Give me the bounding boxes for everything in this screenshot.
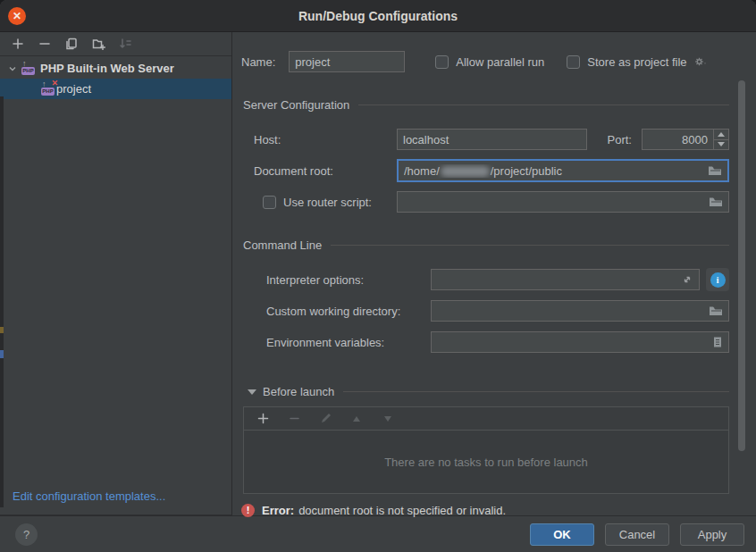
validation-error-bar: ! Error: document root is not specified … xyxy=(241,498,729,522)
command-line-section-header: Command Line xyxy=(241,238,729,252)
before-launch-empty-message: There are no tasks to run before launch xyxy=(244,431,728,493)
tree-item-label: PHP Built-in Web Server xyxy=(40,62,174,75)
port-spinner[interactable] xyxy=(642,129,729,150)
custom-working-directory-input[interactable] xyxy=(431,300,729,322)
help-icon: ? xyxy=(23,528,29,541)
php-run-config-invalid-icon: ↑ ✕ PHP xyxy=(41,82,56,96)
spin-up-icon[interactable] xyxy=(714,130,728,140)
collapse-triangle-icon xyxy=(248,389,256,395)
interpreter-options-label: Interpreter options: xyxy=(241,273,431,287)
remove-icon[interactable] xyxy=(38,37,52,51)
port-spin-buttons[interactable] xyxy=(713,130,728,149)
allow-parallel-run-label: Allow parallel run xyxy=(456,55,544,69)
close-icon: ✕ xyxy=(13,11,21,21)
checkbox-icon xyxy=(567,55,580,69)
spin-down-icon[interactable] xyxy=(714,140,728,150)
folder-icon[interactable] xyxy=(709,305,723,317)
remove-task-icon[interactable] xyxy=(287,412,301,426)
help-button[interactable]: ? xyxy=(15,523,38,546)
environment-variables-input[interactable] xyxy=(431,331,729,353)
docroot-prefix: /home/ xyxy=(404,164,440,178)
redacted-username xyxy=(441,166,490,177)
document-root-input[interactable]: /home//project/public xyxy=(397,159,729,182)
move-up-icon[interactable] xyxy=(349,412,364,426)
titlebar[interactable]: ✕ Run/Debug Configurations xyxy=(0,0,756,32)
php-run-config-icon: ↑ PHP xyxy=(21,62,37,75)
expand-icon[interactable] xyxy=(681,273,693,286)
docroot-suffix: /project/public xyxy=(491,164,562,178)
tree-item-project[interactable]: ↑ ✕ PHP project xyxy=(0,79,231,99)
section-title: Before launch xyxy=(263,385,334,398)
use-router-script-checkbox[interactable]: Use router script: xyxy=(241,196,397,209)
sidebar-toolbar xyxy=(0,32,231,56)
section-divider xyxy=(343,391,729,392)
host-input[interactable] xyxy=(397,129,587,150)
cancel-button[interactable]: Cancel xyxy=(605,523,669,546)
apply-button[interactable]: Apply xyxy=(680,523,744,546)
run-debug-configurations-dialog: ✕ Run/Debug Configurations xyxy=(0,0,756,552)
folder-icon[interactable] xyxy=(708,165,722,177)
window-title: Run/Debug Configurations xyxy=(0,9,756,23)
name-input[interactable] xyxy=(289,51,405,72)
port-label: Port: xyxy=(608,133,632,146)
environment-variables-label: Environment variables: xyxy=(241,336,431,349)
copy-configuration-icon[interactable] xyxy=(64,37,79,51)
close-button[interactable]: ✕ xyxy=(8,7,26,25)
add-task-icon[interactable] xyxy=(256,412,270,426)
interpreter-info-button[interactable]: i xyxy=(706,268,729,291)
edit-configuration-templates-link[interactable]: Edit configuration templates... xyxy=(0,479,231,515)
move-down-icon[interactable] xyxy=(381,412,395,426)
before-launch-task-list: There are no tasks to run before launch xyxy=(243,406,729,494)
store-as-project-file-checkbox[interactable]: Store as project file xyxy=(567,55,686,69)
checkbox-icon xyxy=(263,196,276,209)
section-title: Server Configuration xyxy=(241,98,349,112)
chevron-down-icon xyxy=(7,63,18,74)
config-tree: ↑ PHP PHP Built-in Web Server ↑ ✕ PHP pr… xyxy=(0,56,231,479)
sort-alphabetically-icon[interactable] xyxy=(118,37,132,51)
before-launch-toolbar xyxy=(244,407,728,431)
host-label: Host: xyxy=(241,133,397,146)
error-icon: ! xyxy=(241,504,255,517)
before-launch-section-header[interactable]: Before launch xyxy=(241,385,729,398)
custom-working-directory-label: Custom working directory: xyxy=(241,305,431,318)
folder-icon[interactable] xyxy=(709,197,723,208)
section-divider xyxy=(331,245,729,246)
allow-parallel-run-checkbox[interactable]: Allow parallel run xyxy=(435,55,544,69)
server-configuration-section-header: Server Configuration xyxy=(241,98,729,112)
background-window-sliver xyxy=(0,96,4,507)
document-root-label: Document root: xyxy=(241,164,397,178)
config-form-panel: Name: Allow parallel run Store as projec… xyxy=(232,32,756,515)
vertical-scrollbar[interactable] xyxy=(738,80,745,451)
list-document-icon[interactable] xyxy=(712,336,723,348)
tree-item-label: project xyxy=(56,82,91,96)
info-icon: i xyxy=(710,272,726,288)
gear-icon xyxy=(693,55,708,68)
router-script-input[interactable] xyxy=(397,191,729,213)
store-as-project-file-label: Store as project file xyxy=(587,55,686,69)
add-icon[interactable] xyxy=(11,37,25,51)
checkbox-icon xyxy=(435,55,449,69)
edit-task-icon[interactable] xyxy=(318,412,332,426)
ok-button[interactable]: OK xyxy=(530,523,594,546)
sidebar: ↑ PHP PHP Built-in Web Server ↑ ✕ PHP pr… xyxy=(0,32,232,515)
use-router-script-label: Use router script: xyxy=(283,196,372,209)
error-label: Error: xyxy=(262,504,294,517)
store-options-button[interactable] xyxy=(693,55,708,68)
new-folder-icon[interactable] xyxy=(91,37,105,51)
interpreter-options-input[interactable] xyxy=(431,269,700,290)
port-input[interactable] xyxy=(643,130,713,149)
tree-item-php-built-in-web-server[interactable]: ↑ PHP PHP Built-in Web Server xyxy=(0,58,231,79)
section-divider xyxy=(358,105,729,105)
section-title: Command Line xyxy=(241,238,322,252)
name-label: Name: xyxy=(241,55,275,69)
error-message: document root is not specified or invali… xyxy=(298,504,506,517)
